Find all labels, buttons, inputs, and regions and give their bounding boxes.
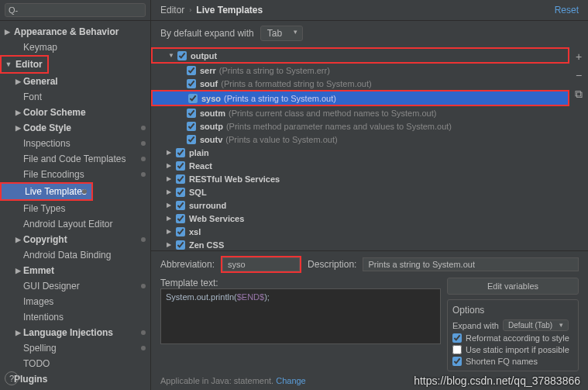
template-checkbox[interactable] (187, 79, 196, 88)
chevron-icon: ▶ (14, 109, 22, 116)
sidebar-item-version-control[interactable]: ▶Version Control (0, 387, 150, 390)
copy-icon[interactable]: ⧉ (575, 88, 583, 101)
template-group-sql[interactable]: ▶SQL (151, 185, 569, 198)
template-checkbox[interactable] (176, 188, 185, 197)
expand-with-label: Expand with (452, 321, 499, 330)
sidebar-item-android-layout-editor[interactable]: Android Layout Editor (0, 216, 150, 232)
sidebar-item-label: GUI Designer (23, 281, 80, 292)
sidebar-item-copyright[interactable]: ▶Copyright (0, 232, 150, 247)
sidebar-item-inspections[interactable]: Inspections (0, 136, 150, 151)
sidebar-item-plugins[interactable]: Plugins (0, 371, 150, 387)
sidebar-item-label: Inspections (23, 138, 70, 149)
default-expand-label: By default expand with (160, 28, 254, 39)
sidebar-item-font[interactable]: Font (0, 89, 150, 105)
sidebar-item-editor[interactable]: ▼Editor (2, 57, 47, 72)
sidebar-item-label: Appearance & Behavior (14, 26, 119, 37)
abbreviation-input[interactable] (222, 257, 300, 271)
description-input[interactable] (363, 257, 579, 271)
template-checkbox[interactable] (177, 51, 187, 60)
sidebar-item-color-scheme[interactable]: ▶Color Scheme (0, 105, 150, 120)
sidebar-item-general[interactable]: ▶General (0, 74, 150, 89)
template-item-soutm[interactable]: soutm(Prints current class and method na… (151, 106, 569, 119)
sidebar-item-code-style[interactable]: ▶Code Style (0, 120, 150, 136)
template-checkbox[interactable] (187, 135, 196, 144)
template-checkbox[interactable] (176, 227, 185, 236)
shorten-fq-checkbox[interactable] (452, 357, 462, 366)
template-checkbox[interactable] (176, 240, 185, 250)
sidebar-item-language-injections[interactable]: ▶Language Injections (0, 325, 150, 340)
sidebar-item-keymap[interactable]: Keymap (0, 40, 150, 55)
sidebar-item-label: Spelling (23, 343, 57, 354)
template-checkbox[interactable] (187, 66, 196, 75)
sidebar-item-file-encodings[interactable]: File Encodings (0, 167, 150, 182)
template-group-surround[interactable]: ▶surround (151, 198, 569, 212)
sidebar-item-gui-designer[interactable]: GUI Designer (0, 278, 150, 294)
template-checkbox[interactable] (176, 148, 185, 157)
template-name: RESTful Web Services (189, 174, 280, 184)
tree-toolbar: + − ⧉ (569, 46, 588, 250)
sidebar-item-images[interactable]: Images (0, 294, 150, 309)
templates-tree: ▼outputserr(Prints a string to System.er… (151, 46, 569, 250)
template-name: souf (200, 79, 218, 88)
applicable-text: Applicable in Java: statement. Change (160, 376, 579, 385)
sidebar-item-intentions[interactable]: Intentions (0, 309, 150, 325)
sidebar-item-emmet[interactable]: ▶Emmet (0, 263, 150, 278)
reformat-checkbox[interactable] (452, 333, 462, 343)
static-import-checkbox[interactable] (452, 345, 462, 354)
chevron-icon: ▶ (14, 78, 22, 85)
chevron-icon: ▶ (14, 124, 22, 132)
search-input[interactable] (5, 3, 146, 17)
change-context-link[interactable]: Change (276, 376, 306, 385)
chevron-icon: ▶ (167, 188, 176, 195)
sidebar-item-label: TODO (23, 358, 50, 369)
template-checkbox[interactable] (187, 109, 196, 118)
sidebar-item-live-templates[interactable]: Live Templates (2, 184, 91, 199)
template-name: xsl (189, 227, 201, 236)
template-text-input[interactable]: System.out.println($END$); (160, 288, 441, 344)
sidebar-item-file-types[interactable]: File Types (0, 201, 150, 216)
template-group-restful-web-services[interactable]: ▶RESTful Web Services (151, 172, 569, 185)
settings-sidebar: ▶Appearance & BehaviorKeymap▼Editor▶Gene… (0, 0, 151, 390)
template-item-syso[interactable]: syso(Prints a string to System.out) (153, 91, 568, 105)
template-group-react[interactable]: ▶React (151, 159, 569, 172)
sidebar-item-spelling[interactable]: Spelling (0, 340, 150, 356)
chevron-icon: ▶ (167, 149, 176, 156)
sidebar-item-todo[interactable]: TODO (0, 356, 150, 371)
sidebar-item-label: Code Style (23, 123, 71, 133)
help-button[interactable]: ? (5, 371, 19, 385)
template-item-souf[interactable]: souf(Prints a formatted string to System… (151, 77, 569, 90)
expand-with-select[interactable]: Default (Tab) (503, 319, 569, 331)
template-group-zen-css[interactable]: ▶Zen CSS (151, 238, 569, 250)
template-checkbox[interactable] (187, 122, 196, 131)
template-group-xsl[interactable]: ▶xsl (151, 225, 569, 238)
template-group-web-services[interactable]: ▶Web Services (151, 212, 569, 225)
sidebar-item-appearance-behavior[interactable]: ▶Appearance & Behavior (0, 24, 150, 40)
edit-variables-button[interactable]: Edit variables (447, 278, 579, 295)
template-checkbox[interactable] (176, 201, 185, 210)
template-item-serr[interactable]: serr(Prints a string to System.err) (151, 64, 569, 77)
sidebar-item-label: Font (23, 91, 42, 102)
template-group-plain[interactable]: ▶plain (151, 146, 569, 159)
template-desc: (Prints current class and method names t… (229, 109, 436, 118)
sidebar-item-file-and-code-templates[interactable]: File and Code Templates (0, 151, 150, 167)
template-checkbox[interactable] (176, 161, 185, 171)
template-group-output[interactable]: ▼output (153, 49, 568, 62)
reformat-label: Reformat according to style (466, 333, 569, 343)
add-icon[interactable]: + (576, 50, 582, 63)
remove-icon[interactable]: − (576, 69, 582, 81)
template-name: serr (200, 66, 216, 75)
search-container (0, 0, 150, 21)
template-item-soutp[interactable]: soutp(Prints method parameter names and … (151, 119, 569, 133)
reset-link[interactable]: Reset (555, 5, 579, 16)
sidebar-item-label: Images (23, 296, 53, 307)
sidebar-item-label: Android Data Binding (23, 250, 111, 261)
template-checkbox[interactable] (176, 174, 185, 184)
sidebar-item-android-data-binding[interactable]: Android Data Binding (0, 247, 150, 263)
template-checkbox[interactable] (188, 94, 198, 103)
sidebar-item-label: Keymap (23, 42, 57, 53)
sidebar-item-label: File Encodings (23, 169, 84, 180)
template-checkbox[interactable] (176, 214, 185, 223)
default-expand-select[interactable]: Tab (260, 26, 303, 41)
template-item-soutv[interactable]: soutv(Prints a value to System.out) (151, 133, 569, 146)
chevron-icon: ▶ (167, 162, 176, 169)
